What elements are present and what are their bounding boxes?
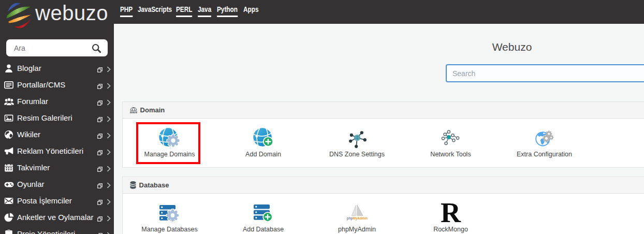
svg-text:WWW: WWW: [130, 110, 137, 114]
svg-text:phpMyAdmin: phpMyAdmin: [347, 216, 368, 221]
